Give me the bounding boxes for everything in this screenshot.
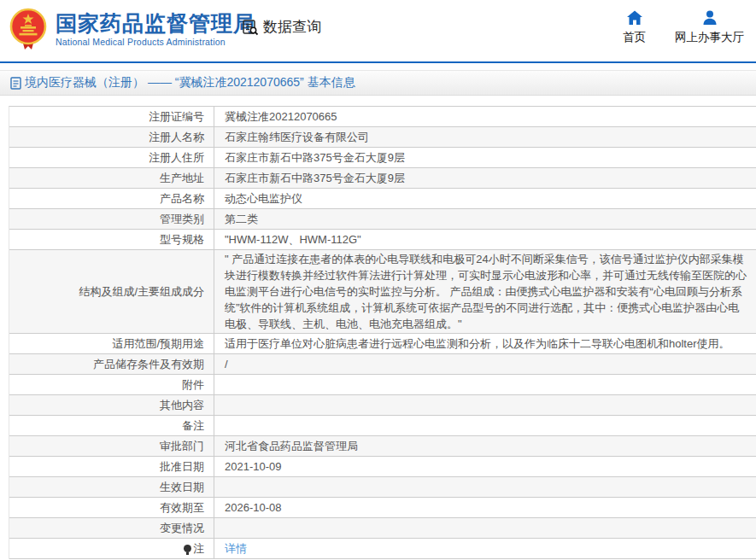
- row-value: [214, 416, 756, 435]
- nav-service-hall-label: 网上办事大厅: [675, 31, 744, 44]
- row-value: "HWM-112W、HWM-112G": [214, 230, 756, 249]
- row-value: [214, 375, 756, 394]
- row-label: 生效日期: [9, 477, 214, 497]
- row-value: 冀械注准20212070665: [214, 107, 756, 126]
- org-name-en: National Medical Products Administration: [56, 37, 255, 47]
- site-logo[interactable]: 国家药品监督管理局 National Medical Products Admi…: [9, 8, 255, 50]
- row-value: 2021-10-09: [214, 457, 756, 476]
- org-name-cn: 国家药品监督管理局: [56, 11, 255, 35]
- row-label: 管理类别: [9, 209, 214, 229]
- data-query-label: 数据查询: [263, 17, 321, 37]
- row-value: 适用于医疗单位对心脏病患者进行远程心电监测和分析，以及作为临床十二导联心电图机和…: [214, 334, 756, 353]
- home-icon: [626, 9, 643, 26]
- top-nav: 首页 网上办事大厅: [623, 9, 744, 44]
- table-row: 变更情况: [9, 518, 756, 539]
- row-value: " 产品通过连接在患者的体表的心电导联线和电极可24小时不间断采集信号，该信号通…: [214, 250, 756, 333]
- row-label: 备注: [9, 416, 214, 435]
- table-row: 批准日期2021-10-09: [9, 457, 756, 477]
- table-row: 有效期至2026-10-08: [9, 498, 756, 518]
- row-label: 产品名称: [9, 189, 214, 208]
- table-row: 生产地址石家庄市新石中路375号金石大厦9层: [9, 168, 756, 189]
- data-query-section[interactable]: 数据查询: [242, 17, 321, 37]
- row-label: 审批部门: [9, 436, 214, 456]
- row-label: 注册人住所: [9, 148, 214, 167]
- detail-link[interactable]: 详情: [225, 540, 247, 557]
- row-label: 有效期至: [9, 498, 214, 517]
- table-row: 注册证编号冀械注准20212070665: [9, 107, 756, 127]
- row-label: 型号规格: [9, 230, 214, 249]
- row-value: [214, 518, 756, 538]
- table-row: 备注: [9, 416, 756, 436]
- logo-text: 国家药品监督管理局 National Medical Products Admi…: [56, 11, 255, 47]
- table-row: 产品储存条件及有效期/: [9, 354, 756, 375]
- nav-service-hall[interactable]: 网上办事大厅: [675, 9, 744, 44]
- row-value: [214, 395, 756, 415]
- table-row: 注册人住所石家庄市新石中路375号金石大厦9层: [9, 148, 756, 168]
- row-label: 附件: [9, 375, 214, 394]
- row-label: 产品储存条件及有效期: [9, 354, 214, 374]
- row-value: /: [214, 354, 756, 374]
- row-value: 第二类: [214, 209, 756, 229]
- user-icon: [701, 9, 718, 26]
- row-label: 适用范围/预期用途: [9, 334, 214, 353]
- row-label: 批准日期: [9, 457, 214, 476]
- table-row: 产品名称动态心电监护仪: [9, 189, 756, 209]
- table-row: 附件: [9, 375, 756, 395]
- data-query-icon: [242, 19, 259, 36]
- row-value: 2026-10-08: [214, 498, 756, 517]
- table-row: 结构及组成/主要组成成分" 产品通过连接在患者的体表的心电导联线和电极可24小时…: [9, 250, 756, 334]
- row-label: 注册证编号: [9, 107, 214, 126]
- breadcrumb-text: 境内医疗器械（注册） —— “冀械注准20212070665” 基本信息: [25, 75, 355, 90]
- row-value: 详情: [214, 539, 756, 558]
- row-value: 石家庄翰纬医疗设备有限公司: [214, 127, 756, 147]
- row-label: 其他内容: [9, 395, 214, 415]
- row-value: 石家庄市新石中路375号金石大厦9层: [214, 168, 756, 188]
- table-row: 适用范围/预期用途适用于医疗单位对心脏病患者进行远程心电监测和分析，以及作为临床…: [9, 334, 756, 354]
- row-value: 河北省食品药品监督管理局: [214, 436, 756, 456]
- table-row: 其他内容: [9, 395, 756, 416]
- info-table: 注册证编号冀械注准20212070665注册人名称石家庄翰纬医疗设备有限公司注册…: [9, 106, 756, 559]
- breadcrumb: 境内医疗器械（注册） —— “冀械注准20212070665” 基本信息: [0, 70, 756, 96]
- table-row: 审批部门河北省食品药品监督管理局: [9, 436, 756, 457]
- row-value: [214, 477, 756, 497]
- row-value: 动态心电监护仪: [214, 189, 756, 208]
- row-label: 注册人名称: [9, 127, 214, 147]
- row-value: 石家庄市新石中路375号金石大厦9层: [214, 148, 756, 167]
- row-label: 生产地址: [9, 168, 214, 188]
- document-icon: [10, 77, 21, 90]
- row-label: 变更情况: [9, 518, 214, 538]
- table-row: 注册人名称石家庄翰纬医疗设备有限公司: [9, 127, 756, 148]
- table-row: 管理类别第二类: [9, 209, 756, 230]
- national-emblem-icon: [9, 8, 48, 50]
- table-row: 注详情: [9, 539, 756, 559]
- bulb-icon: [184, 545, 191, 552]
- row-label: 结构及组成/主要组成成分: [9, 250, 214, 333]
- table-row: 型号规格"HWM-112W、HWM-112G": [9, 230, 756, 250]
- row-label: 注: [9, 539, 214, 558]
- nav-home-label: 首页: [623, 31, 646, 44]
- site-header: 国家药品监督管理局 National Medical Products Admi…: [0, 0, 756, 63]
- nav-home[interactable]: 首页: [623, 9, 646, 44]
- table-row: 生效日期: [9, 477, 756, 498]
